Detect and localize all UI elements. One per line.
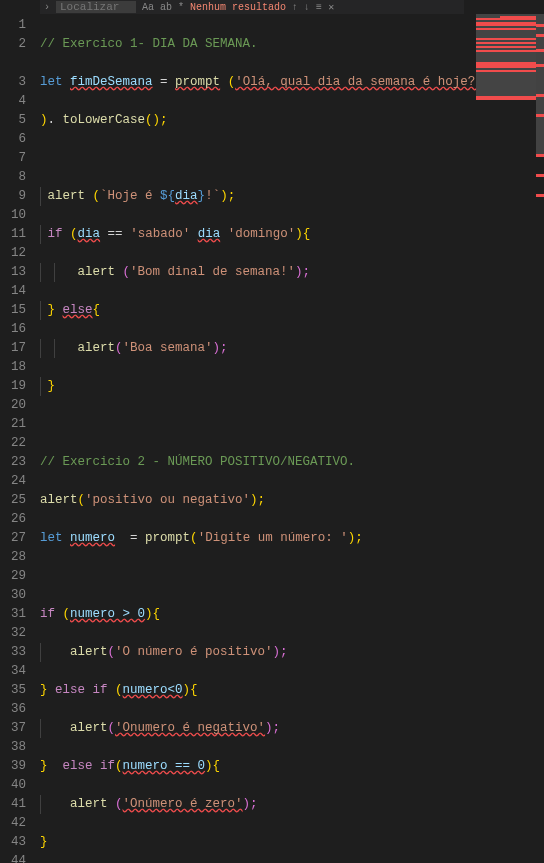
code-line bbox=[40, 415, 544, 434]
code-line bbox=[40, 567, 544, 586]
code-line: alert('Onumero é negativo'); bbox=[40, 719, 544, 738]
code-line: alert('O número é positivo'); bbox=[40, 643, 544, 662]
code-area[interactable]: // Exercico 1- DIA DA SEMANA. let fimDeS… bbox=[40, 16, 544, 863]
find-result: Nenhum resultado bbox=[190, 2, 286, 13]
code-line: alert ('Bom dinal de semana!'); bbox=[40, 263, 544, 282]
code-line: alert (`Hoje é ${dia}!`); bbox=[40, 187, 544, 206]
find-bar: › Aa ab * Nenhum resultado ↑ ↓ ≡ ✕ bbox=[40, 0, 464, 14]
prev-icon[interactable]: ↑ bbox=[292, 2, 298, 13]
code-line: let numero = prompt('Digite um número: '… bbox=[40, 529, 544, 548]
chevron-right-icon[interactable]: › bbox=[44, 2, 50, 13]
line-numbers: 12 34 56 78 910 1112 1314 1516 1718 1920… bbox=[0, 16, 40, 863]
code-line: } else{ bbox=[40, 301, 544, 320]
code-line: // Exercicio 2 - NÚMERO POSITIVO/NEGATIV… bbox=[40, 453, 544, 472]
code-line: ). toLowerCase(); bbox=[40, 111, 544, 130]
code-line: alert('Boa semana'); bbox=[40, 339, 544, 358]
case-icon[interactable]: Aa bbox=[142, 2, 154, 13]
find-input[interactable] bbox=[56, 1, 136, 13]
code-line: } bbox=[40, 377, 544, 396]
next-icon[interactable]: ↓ bbox=[304, 2, 310, 13]
regex-icon[interactable]: * bbox=[178, 2, 184, 13]
code-line: alert ('Onúmero é zero'); bbox=[40, 795, 544, 814]
code-line: } else if(numero == 0){ bbox=[40, 757, 544, 776]
code-line bbox=[40, 149, 544, 168]
code-line: } bbox=[40, 833, 544, 852]
word-icon[interactable]: ab bbox=[160, 2, 172, 13]
code-line: if (numero > 0){ bbox=[40, 605, 544, 624]
code-line: alert('positivo ou negativo'); bbox=[40, 491, 544, 510]
code-line: } else if (numero<0){ bbox=[40, 681, 544, 700]
code-line: // Exercico 1- DIA DA SEMANA. bbox=[40, 35, 544, 54]
editor[interactable]: 12 34 56 78 910 1112 1314 1516 1718 1920… bbox=[0, 0, 544, 863]
selection-icon[interactable]: ≡ bbox=[316, 2, 322, 13]
minimap[interactable] bbox=[476, 14, 536, 174]
code-line: let fimDeSemana = prompt ('Olá, qual dia… bbox=[40, 73, 544, 92]
close-icon[interactable]: ✕ bbox=[328, 1, 334, 13]
code-line: if (dia == 'sabado' dia 'domingo'){ bbox=[40, 225, 544, 244]
